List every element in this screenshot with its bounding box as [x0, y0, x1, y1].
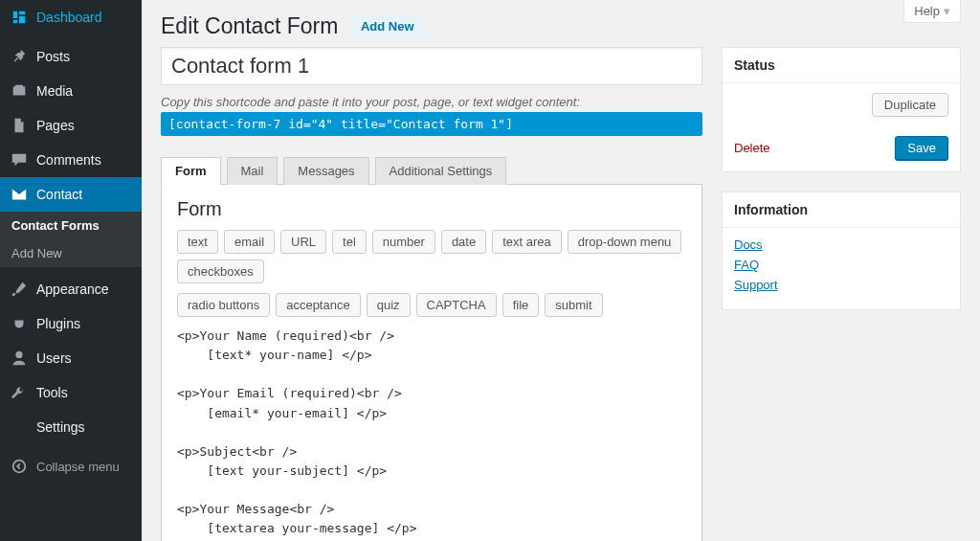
sidebar-item-label: Posts — [36, 49, 70, 64]
collapse-menu[interactable]: Collapse menu — [0, 449, 142, 484]
help-tab[interactable]: Help▾ — [903, 0, 961, 23]
duplicate-button[interactable]: Duplicate — [872, 93, 948, 117]
shortcode-display[interactable]: [contact-form-7 id="4" title="Contact fo… — [161, 112, 702, 136]
sidebar-item-tools[interactable]: Tools — [0, 375, 142, 410]
page-title: Edit Contact Form — [161, 0, 338, 47]
tab-messages[interactable]: Messages — [283, 157, 368, 185]
sidebar-item-label: Comments — [36, 152, 101, 168]
information-box-title: Information — [723, 192, 960, 228]
save-button[interactable]: Save — [895, 136, 948, 160]
admin-sidebar: Dashboard Posts Media Pages Comments Con… — [0, 0, 142, 541]
tag-button-file[interactable]: file — [502, 293, 540, 317]
tag-button-submit[interactable]: submit — [545, 293, 602, 317]
sidebar-item-label: Pages — [36, 118, 75, 133]
sidebar-item-posts[interactable]: Posts — [0, 39, 142, 74]
info-link-faq[interactable]: FAQ — [734, 258, 948, 272]
sidebar-item-contact[interactable]: Contact — [0, 177, 142, 212]
collapse-label: Collapse menu — [36, 460, 120, 474]
form-panel-title: Form — [177, 198, 686, 220]
plug-icon — [10, 314, 29, 333]
sliders-icon — [10, 417, 29, 437]
tag-generator-row: textemailURLtelnumberdatetext areadrop-d… — [177, 230, 686, 283]
sidebar-item-label: Appearance — [36, 282, 109, 297]
tag-button-tel[interactable]: tel — [332, 230, 367, 254]
tag-button-number[interactable]: number — [372, 230, 435, 254]
sidebar-submenu-contact: Contact Forms Add New — [0, 212, 142, 267]
information-box: Information Docs FAQ Support — [722, 192, 961, 310]
user-icon — [10, 349, 29, 368]
collapse-icon — [10, 457, 29, 476]
tag-generator-row: radio buttonsacceptancequizCAPTCHAfilesu… — [177, 293, 686, 317]
sidebar-item-media[interactable]: Media — [0, 74, 142, 108]
brush-icon — [10, 280, 29, 299]
tab-mail[interactable]: Mail — [227, 157, 278, 185]
tag-button-URL[interactable]: URL — [280, 230, 326, 254]
sidebar-item-label: Users — [36, 350, 72, 366]
delete-link[interactable]: Delete — [734, 141, 770, 155]
sidebar-item-label: Media — [36, 83, 73, 99]
tab-form[interactable]: Form — [161, 157, 221, 185]
form-panel: Form textemailURLtelnumberdatetext aread… — [161, 184, 702, 541]
tag-button-quiz[interactable]: quiz — [367, 293, 411, 317]
info-link-support[interactable]: Support — [734, 278, 948, 292]
sidebar-item-settings[interactable]: Settings — [0, 410, 142, 444]
sidebar-sub-contact-forms[interactable]: Contact Forms — [0, 212, 142, 239]
sidebar-item-label: Dashboard — [36, 10, 102, 25]
form-title-input[interactable] — [161, 47, 702, 85]
comment-icon — [10, 150, 29, 169]
mail-icon — [10, 185, 29, 204]
tag-button-text-area[interactable]: text area — [492, 230, 562, 254]
tag-button-CAPTCHA[interactable]: CAPTCHA — [416, 293, 497, 317]
sidebar-item-pages[interactable]: Pages — [0, 108, 142, 143]
sidebar-item-label: Contact — [36, 187, 82, 202]
editor-tabs: Form Mail Messages Additional Settings — [161, 157, 702, 185]
sidebar-item-label: Tools — [36, 385, 68, 400]
main-content: Help▾ Edit Contact Form Add New Copy thi… — [142, 0, 980, 541]
sidebar-item-dashboard[interactable]: Dashboard — [0, 0, 142, 34]
form-template-textarea[interactable] — [177, 327, 686, 541]
sidebar-item-plugins[interactable]: Plugins — [0, 306, 142, 341]
sidebar-item-users[interactable]: Users — [0, 341, 142, 375]
tag-button-text[interactable]: text — [177, 230, 218, 254]
svg-point-0 — [13, 461, 26, 473]
add-new-button[interactable]: Add New — [351, 15, 424, 37]
info-link-docs[interactable]: Docs — [734, 237, 948, 252]
tag-button-email[interactable]: email — [224, 230, 275, 254]
pin-icon — [10, 47, 29, 66]
help-label: Help — [914, 4, 940, 18]
chevron-down-icon: ▾ — [944, 4, 950, 18]
status-box: Status Duplicate Delete Save — [722, 47, 961, 172]
wrench-icon — [10, 383, 29, 402]
sidebar-item-appearance[interactable]: Appearance — [0, 272, 142, 306]
tag-button-checkboxes[interactable]: checkboxes — [177, 259, 264, 283]
pages-icon — [10, 116, 29, 135]
sidebar-item-comments[interactable]: Comments — [0, 143, 142, 177]
status-box-title: Status — [723, 48, 960, 83]
dashboard-icon — [10, 8, 29, 27]
tag-button-date[interactable]: date — [441, 230, 486, 254]
sidebar-item-label: Plugins — [36, 316, 80, 331]
tab-additional-settings[interactable]: Additional Settings — [375, 157, 507, 185]
tag-button-acceptance[interactable]: acceptance — [276, 293, 361, 317]
tag-button-drop-down-menu[interactable]: drop-down menu — [568, 230, 682, 254]
shortcode-hint: Copy this shortcode and paste it into yo… — [161, 95, 702, 109]
tag-button-radio-buttons[interactable]: radio buttons — [177, 293, 270, 317]
media-icon — [10, 81, 29, 101]
sidebar-item-label: Settings — [36, 419, 85, 435]
sidebar-sub-add-new[interactable]: Add New — [0, 239, 142, 267]
